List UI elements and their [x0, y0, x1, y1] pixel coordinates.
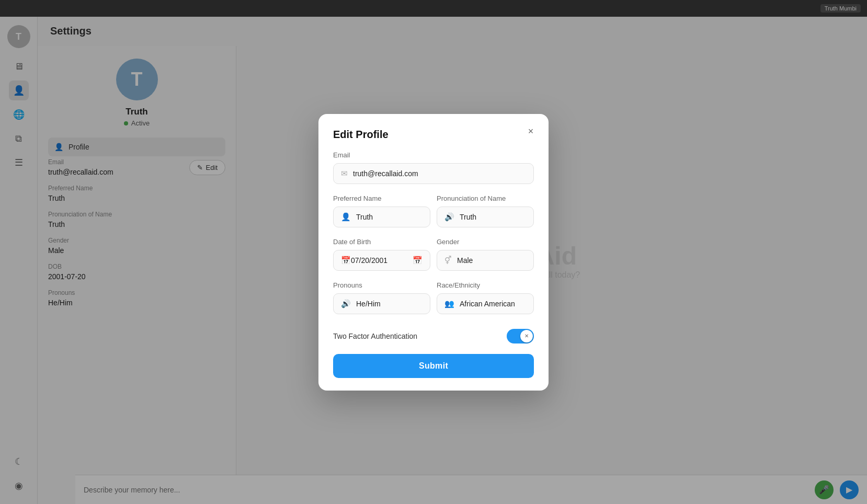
- pronunciation-group: Pronunciation of Name 🔊: [437, 194, 534, 227]
- person-icon: 👤: [341, 212, 351, 222]
- dob-gender-row: Date of Birth 📅 📅 Gender ⚥ Male Female N…: [333, 238, 534, 271]
- gender-group: Gender ⚥ Male Female Non-binary: [437, 238, 534, 271]
- gender-select[interactable]: Male Female Non-binary: [457, 256, 526, 265]
- twofa-label: Two Factor Authentication: [333, 332, 417, 340]
- modal-race-label: Race/Ethnicity: [437, 281, 534, 289]
- preferred-name-input[interactable]: [356, 213, 423, 221]
- race-select-wrapper: 👥 African American Asian Hispanic White: [437, 293, 534, 314]
- name-row: Preferred Name 👤 Pronunciation of Name 🔊: [333, 194, 534, 227]
- dob-input[interactable]: [351, 256, 413, 265]
- modal-dob-label: Date of Birth: [333, 238, 430, 246]
- submit-button[interactable]: Submit: [333, 354, 534, 378]
- modal-email-label: Email: [333, 151, 534, 159]
- email-section: Email ✉: [333, 151, 534, 184]
- calendar-icon: 📅: [341, 256, 351, 265]
- dob-group: Date of Birth 📅 📅: [333, 238, 430, 271]
- twofa-toggle[interactable]: ✕: [507, 329, 534, 343]
- race-group: Race/Ethnicity 👥 African American Asian …: [437, 281, 534, 314]
- email-input[interactable]: [353, 169, 526, 178]
- modal-gender-label: Gender: [437, 238, 534, 246]
- gender-select-wrapper: ⚥ Male Female Non-binary: [437, 250, 534, 271]
- pronouns-icon: 🔊: [341, 299, 351, 308]
- edit-profile-modal: Edit Profile × Email ✉ Preferred Name 👤 …: [318, 114, 549, 391]
- dob-input-wrapper: 📅 📅: [333, 250, 430, 271]
- pronouns-select-wrapper: 🔊 He/Him She/Her They/Them: [333, 293, 430, 314]
- email-icon: ✉: [341, 169, 348, 178]
- race-icon: 👥: [444, 299, 454, 308]
- modal-pronunciation-label: Pronunciation of Name: [437, 194, 534, 202]
- preferred-name-input-wrapper: 👤: [333, 207, 430, 227]
- modal-overlay[interactable]: Edit Profile × Email ✉ Preferred Name 👤 …: [0, 0, 867, 504]
- pronouns-select[interactable]: He/Him She/Her They/Them: [356, 300, 423, 308]
- speaker-icon: 🔊: [444, 212, 454, 222]
- race-select[interactable]: African American Asian Hispanic White: [460, 300, 526, 308]
- pronunciation-input[interactable]: [460, 213, 526, 221]
- pronouns-race-row: Pronouns 🔊 He/Him She/Her They/Them Race…: [333, 281, 534, 314]
- gender-icon: ⚥: [444, 256, 452, 265]
- preferred-name-group: Preferred Name 👤: [333, 194, 430, 227]
- pronouns-group: Pronouns 🔊 He/Him She/Her They/Them: [333, 281, 430, 314]
- twofa-row: Two Factor Authentication ✕: [333, 325, 534, 354]
- pronunciation-input-wrapper: 🔊: [437, 207, 534, 227]
- calendar-right-icon: 📅: [413, 256, 423, 265]
- modal-close-button[interactable]: ×: [523, 124, 538, 139]
- email-input-wrapper: ✉: [333, 163, 534, 184]
- modal-pronouns-label: Pronouns: [333, 281, 430, 289]
- modal-preferred-name-label: Preferred Name: [333, 194, 430, 202]
- modal-title: Edit Profile: [333, 129, 534, 141]
- toggle-knob: ✕: [520, 330, 533, 342]
